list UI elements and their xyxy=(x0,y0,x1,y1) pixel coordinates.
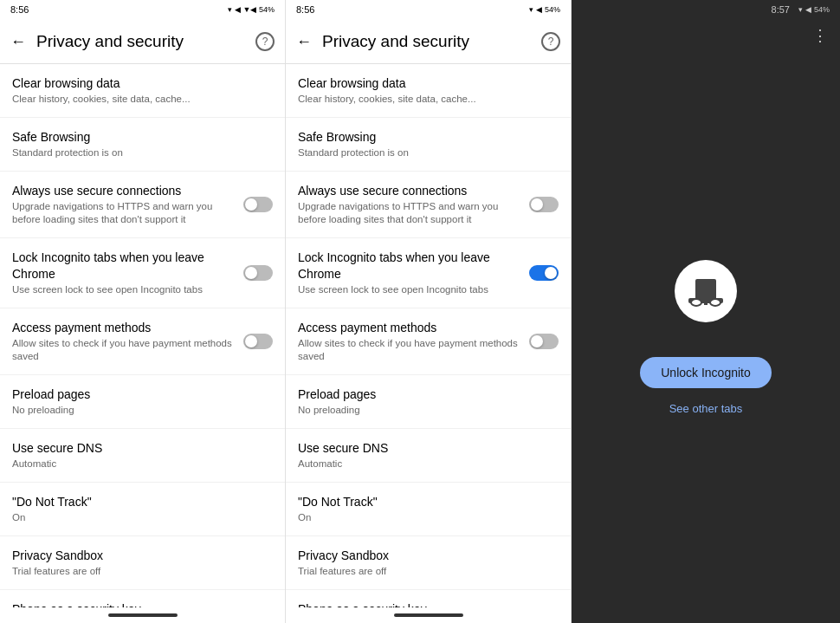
bottom-bar-2 xyxy=(286,607,571,623)
setting-text: Always use secure connectionsUpgrade nav… xyxy=(12,183,236,226)
signal-icon: ◀ xyxy=(235,5,241,14)
setting-item[interactable]: Preload pagesNo preloading xyxy=(0,375,285,429)
setting-title: Always use secure connections xyxy=(298,183,522,198)
setting-title: Privacy Sandbox xyxy=(298,548,559,563)
setting-item[interactable]: Phone as a security keyControl which dev… xyxy=(0,590,285,607)
setting-item[interactable]: Safe BrowsingStandard protection is on xyxy=(286,118,571,172)
nav-indicator-2 xyxy=(394,613,463,617)
setting-item[interactable]: Preload pagesNo preloading xyxy=(286,375,571,429)
status-icons-1: ▾ ◀ ▼◀ 54% xyxy=(228,5,275,14)
toggle-switch[interactable] xyxy=(529,265,559,281)
setting-subtitle: Use screen lock to see open Incognito ta… xyxy=(298,283,522,296)
header-1: ← Privacy and security ? xyxy=(0,19,285,64)
setting-title: Lock Incognito tabs when you leave Chrom… xyxy=(12,250,236,281)
setting-item[interactable]: Always use secure connectionsUpgrade nav… xyxy=(286,172,571,238)
setting-text: Privacy SandboxTrial features are off xyxy=(12,548,273,578)
incognito-status-icons: ▾ ◀ 54% xyxy=(798,5,830,14)
setting-item[interactable]: Access payment methodsAllow sites to che… xyxy=(286,308,571,375)
setting-subtitle: Upgrade navigations to HTTPS and warn yo… xyxy=(12,200,236,226)
setting-subtitle: Use screen lock to see open Incognito ta… xyxy=(12,283,236,296)
settings-list-1: Clear browsing dataClear history, cookie… xyxy=(0,64,285,607)
incognito-status-bar: 8:57 ▾ ◀ 54% xyxy=(572,0,840,19)
setting-title: Preload pages xyxy=(298,386,559,402)
setting-subtitle: Automatic xyxy=(12,458,273,470)
toggle-switch[interactable] xyxy=(243,197,273,212)
setting-item[interactable]: "Do Not Track"On xyxy=(0,483,285,536)
setting-text: Always use secure connectionsUpgrade nav… xyxy=(298,183,522,226)
page-title-2: Privacy and security xyxy=(322,32,541,51)
setting-item[interactable]: Privacy SandboxTrial features are off xyxy=(286,536,571,590)
status-bar-2: 8:56 ▾ ◀ 54% xyxy=(286,0,571,19)
setting-item[interactable]: Clear browsing dataClear history, cookie… xyxy=(286,64,571,118)
glasses-bridge xyxy=(704,303,708,305)
setting-item[interactable]: Use secure DNSAutomatic xyxy=(0,429,285,483)
setting-item[interactable]: Use secure DNSAutomatic xyxy=(286,429,571,483)
setting-text: Access payment methodsAllow sites to che… xyxy=(12,320,236,363)
toggle-switch[interactable] xyxy=(243,265,273,281)
help-button-1[interactable]: ? xyxy=(255,32,275,51)
setting-subtitle: Standard protection is on xyxy=(12,146,273,159)
setting-text: Lock Incognito tabs when you leave Chrom… xyxy=(12,250,236,295)
setting-subtitle: Allow sites to check if you have payment… xyxy=(298,337,522,363)
incognito-avatar xyxy=(675,260,737,322)
help-button-2[interactable]: ? xyxy=(541,32,560,51)
setting-item[interactable]: Privacy SandboxTrial features are off xyxy=(0,536,285,590)
toggle-switch[interactable] xyxy=(243,334,273,349)
setting-title: "Do Not Track" xyxy=(298,494,559,509)
setting-title: Safe Browsing xyxy=(12,129,273,145)
status-bar-1: 8:56 ▾ ◀ ▼◀ 54% xyxy=(0,0,285,19)
setting-title: Preload pages xyxy=(12,386,273,402)
setting-title: Access payment methods xyxy=(298,320,522,335)
signal-icon-2: ◀ xyxy=(536,5,542,14)
setting-item[interactable]: Clear browsing dataClear history, cookie… xyxy=(0,64,285,118)
setting-text: Use secure DNSAutomatic xyxy=(12,440,273,470)
setting-text: Lock Incognito tabs when you leave Chrom… xyxy=(298,250,522,295)
glasses-right xyxy=(709,298,721,307)
bottom-bar-1 xyxy=(0,607,285,623)
setting-text: Safe BrowsingStandard protection is on xyxy=(12,129,273,159)
setting-title: Use secure DNS xyxy=(12,440,273,456)
glasses-left xyxy=(690,298,702,307)
setting-subtitle: Trial features are off xyxy=(12,565,273,578)
setting-title: Clear browsing data xyxy=(298,75,559,91)
unlock-incognito-button[interactable]: Unlock Incognito xyxy=(640,357,772,388)
toggle-switch[interactable] xyxy=(529,197,559,212)
back-button-2[interactable]: ← xyxy=(296,34,312,49)
setting-item[interactable]: Safe BrowsingStandard protection is on xyxy=(0,118,285,172)
back-button-1[interactable]: ← xyxy=(10,34,26,49)
setting-title: Lock Incognito tabs when you leave Chrom… xyxy=(298,250,522,281)
more-options-button[interactable]: ⋮ xyxy=(812,26,828,45)
setting-subtitle: No preloading xyxy=(298,404,559,417)
page-title-1: Privacy and security xyxy=(36,32,255,51)
setting-item[interactable]: Lock Incognito tabs when you leave Chrom… xyxy=(0,238,285,308)
see-other-tabs-link[interactable]: See other tabs xyxy=(669,402,743,415)
setting-text: "Do Not Track"On xyxy=(12,494,273,524)
time-2: 8:56 xyxy=(296,4,314,15)
setting-text: Clear browsing dataClear history, cookie… xyxy=(12,75,273,106)
setting-text: Privacy SandboxTrial features are off xyxy=(298,548,559,578)
setting-text: Use secure DNSAutomatic xyxy=(298,440,559,470)
setting-subtitle: Trial features are off xyxy=(298,565,559,578)
setting-item[interactable]: Always use secure connectionsUpgrade nav… xyxy=(0,172,285,238)
panel-1: 8:56 ▾ ◀ ▼◀ 54% ← Privacy and security ?… xyxy=(0,0,286,623)
glasses-icon xyxy=(688,298,723,307)
setting-subtitle: Clear history, cookies, site data, cache… xyxy=(12,93,273,106)
setting-text: Preload pagesNo preloading xyxy=(298,386,559,417)
setting-subtitle: Clear history, cookies, site data, cache… xyxy=(298,93,559,106)
toggle-switch[interactable] xyxy=(529,334,559,349)
setting-item[interactable]: Access payment methodsAllow sites to che… xyxy=(0,308,285,375)
setting-subtitle: Allow sites to check if you have payment… xyxy=(12,337,236,363)
setting-item[interactable]: Lock Incognito tabs when you leave Chrom… xyxy=(286,238,571,308)
panel-2: 8:56 ▾ ◀ 54% ← Privacy and security ? Cl… xyxy=(286,0,572,623)
wifi-icon: ▾ xyxy=(228,5,232,14)
incognito-signal-icon: ◀ xyxy=(805,5,811,14)
header-2: ← Privacy and security ? xyxy=(286,19,571,64)
setting-title: Always use secure connections xyxy=(12,183,236,198)
battery-1: ▼◀ 54% xyxy=(243,5,275,14)
time-1: 8:56 xyxy=(10,4,29,15)
setting-title: Phone as a security key xyxy=(12,601,273,607)
setting-item[interactable]: Phone as a security keyControl which dev… xyxy=(286,590,571,607)
setting-text: Preload pagesNo preloading xyxy=(12,386,273,417)
setting-item[interactable]: "Do Not Track"On xyxy=(286,483,571,536)
incognito-battery: 54% xyxy=(814,5,830,14)
